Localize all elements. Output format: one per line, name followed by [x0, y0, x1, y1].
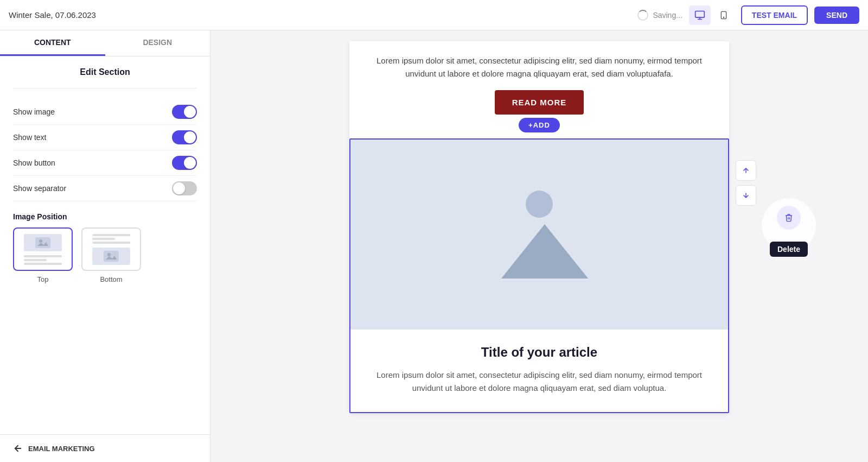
toggle-knob [184, 106, 196, 118]
move-up-button[interactable] [736, 160, 756, 181]
show-separator-toggle[interactable] [172, 181, 197, 195]
svg-rect-5 [104, 251, 119, 262]
svg-rect-0 [695, 11, 705, 17]
pos-top-img-icon [35, 237, 50, 248]
article-section-wrapper: +ADD Tit [349, 128, 729, 413]
placeholder-circle [526, 191, 553, 218]
image-pos-top-card [13, 227, 73, 271]
show-button-label: Show button [13, 159, 55, 167]
topbar: Winter Sale, 07.06.2023 Saving... TEST E… [0, 0, 868, 30]
arrow-up-icon [742, 167, 750, 174]
article-image-placeholder [350, 140, 728, 330]
pos-bottom-lines [92, 234, 130, 244]
tab-content[interactable]: CONTENT [0, 30, 105, 56]
placeholder-mountains [485, 224, 593, 279]
image-placeholder-icon [485, 191, 593, 279]
mountain-left [501, 224, 588, 279]
mobile-icon [719, 10, 728, 21]
article-body-text: Lorem ipsum dolor sit amet, consectetur … [372, 369, 706, 395]
main-layout: CONTENT DESIGN Edit Section Show image S… [0, 30, 868, 462]
show-image-label: Show image [13, 107, 55, 116]
section-controls [736, 160, 756, 206]
saving-indicator: Saving... [637, 10, 682, 21]
pos-top-img-placeholder [24, 234, 62, 251]
show-image-row: Show image [13, 99, 197, 125]
desktop-icon [694, 10, 705, 21]
sidebar-footer[interactable]: EMAIL MARKETING [0, 434, 210, 462]
image-position-bottom[interactable]: Bottom [81, 227, 141, 283]
sidebar: CONTENT DESIGN Edit Section Show image S… [0, 30, 210, 462]
svg-point-2 [723, 17, 724, 17]
show-text-row: Show text [13, 125, 197, 150]
add-btn-row: +ADD [349, 118, 729, 132]
show-text-label: Show text [13, 133, 46, 142]
delete-tooltip-wrap: Delete [762, 198, 816, 252]
delete-circle: Delete [762, 198, 816, 252]
delete-label: Delete [770, 242, 808, 257]
show-button-row: Show button [13, 150, 197, 176]
svg-point-6 [107, 253, 111, 256]
line [92, 234, 130, 236]
edit-section-title: Edit Section [13, 67, 197, 77]
image-pos-bottom-card [81, 227, 141, 271]
above-section: Lorem ipsum dolor sit amet, consectetur … [349, 41, 729, 128]
toggle-knob [173, 182, 185, 194]
image-position-label: Image Position [13, 212, 197, 221]
article-content: Title of your article Lorem ipsum dolor … [350, 330, 728, 412]
article-title: Title of your article [372, 345, 706, 360]
line [24, 263, 62, 265]
svg-rect-3 [35, 237, 50, 248]
image-position-group: Top [13, 227, 197, 283]
tab-design[interactable]: DESIGN [105, 30, 210, 56]
mobile-view-button[interactable] [713, 5, 735, 25]
desktop-view-button[interactable] [689, 5, 711, 25]
pos-bottom-img-icon [104, 251, 119, 262]
read-more-button[interactable]: READ MORE [495, 90, 584, 115]
image-pos-bottom-label: Bottom [100, 275, 122, 283]
send-button[interactable]: SEND [814, 7, 859, 24]
divider [13, 88, 197, 88]
saving-text: Saving... [653, 11, 682, 20]
image-position-top[interactable]: Top [13, 227, 73, 283]
above-body-text: Lorem ipsum dolor sit amet, consectetur … [375, 54, 703, 80]
show-separator-row: Show separator [13, 176, 197, 201]
test-email-button[interactable]: TEST EMAIL [741, 5, 808, 25]
show-text-toggle[interactable] [172, 130, 197, 144]
arrow-down-icon [742, 192, 750, 199]
line [92, 238, 115, 240]
canvas: Lorem ipsum dolor sit amet, consectetur … [210, 30, 868, 462]
trash-icon [784, 213, 793, 222]
email-marketing-label: EMAIL MARKETING [28, 445, 95, 453]
delete-section-button[interactable] [777, 206, 801, 230]
show-separator-label: Show separator [13, 184, 66, 193]
campaign-title: Winter Sale, 07.06.2023 [9, 10, 631, 20]
line [24, 259, 47, 261]
line [24, 255, 62, 257]
pos-top-lines [24, 255, 62, 265]
toggle-knob [184, 157, 196, 169]
device-toggle-group [689, 5, 735, 25]
svg-point-4 [39, 239, 42, 243]
sidebar-tabs: CONTENT DESIGN [0, 30, 210, 56]
add-section-button[interactable]: +ADD [519, 118, 560, 132]
pos-bottom-img-placeholder [92, 248, 130, 265]
spinner-icon [637, 10, 648, 21]
image-pos-top-label: Top [37, 275, 49, 283]
move-down-button[interactable] [736, 185, 756, 206]
show-image-toggle[interactable] [172, 105, 197, 119]
show-button-toggle[interactable] [172, 156, 197, 170]
toggle-knob [184, 131, 196, 143]
article-section: Title of your article Lorem ipsum dolor … [349, 138, 729, 413]
sidebar-content: Edit Section Show image Show text Show b… [0, 56, 210, 434]
email-frame: Lorem ipsum dolor sit amet, consectetur … [349, 41, 729, 413]
line [92, 242, 130, 244]
back-arrow-icon [13, 444, 23, 453]
